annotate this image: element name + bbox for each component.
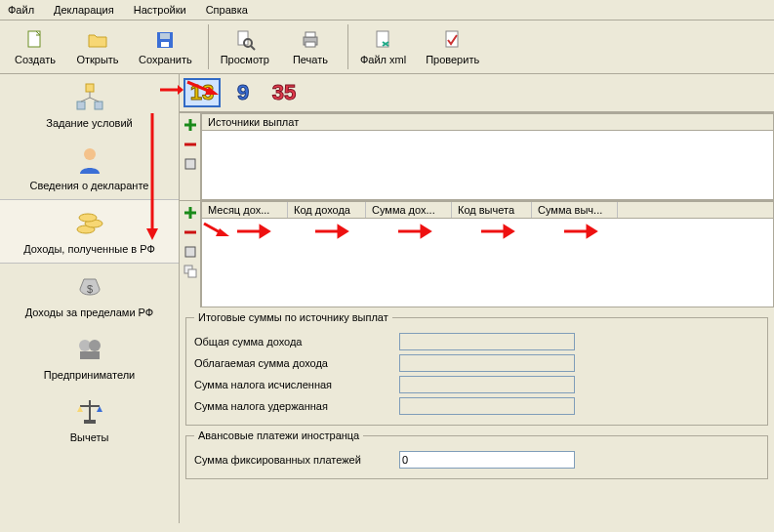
svg-line-17 (90, 98, 99, 102)
minus-icon (183, 225, 197, 239)
svg-rect-25 (80, 351, 100, 359)
copy-income-button[interactable] (183, 264, 198, 279)
scales-icon (74, 396, 105, 428)
tax-calculated-field (399, 376, 575, 393)
sidebar-item-deductions[interactable]: Вычеты (0, 389, 179, 451)
svg-rect-13 (77, 102, 85, 109)
svg-text:$: $ (86, 283, 92, 295)
remove-source-button[interactable] (183, 137, 198, 152)
svg-rect-9 (306, 42, 315, 47)
col-sum-deduct[interactable]: Сумма выч... (532, 202, 618, 218)
rate-9-button[interactable]: 9 (224, 78, 262, 107)
preview-button[interactable]: Просмотр (213, 24, 277, 69)
tree-icon (74, 82, 105, 113)
col-code-income[interactable]: Код дохода (288, 202, 366, 218)
check-file-icon (441, 28, 465, 52)
sidebar-item-declarant[interactable]: Сведения о декларанте (0, 137, 179, 199)
money-bag-icon: $ (74, 271, 105, 303)
plus-icon (183, 206, 197, 220)
svg-rect-34 (185, 159, 195, 169)
add-income-button[interactable] (183, 205, 198, 221)
edit-icon (183, 245, 197, 259)
sidebar-item-conditions[interactable]: Задание условий (0, 74, 179, 137)
remove-income-button[interactable] (183, 225, 198, 240)
svg-marker-46 (261, 226, 268, 236)
create-button[interactable]: Создать (6, 24, 64, 69)
sidebar-item-income-rf[interactable]: Доходы, полученные в РФ (0, 199, 179, 264)
rate-35-button[interactable]: 35 (265, 78, 303, 107)
menu-file[interactable]: Файл (4, 2, 38, 18)
rate-bar: 13 9 35 (180, 74, 774, 112)
briefcase-icon (74, 334, 105, 365)
xml-label: Файл xml (360, 54, 406, 65)
advance-fixed-field[interactable] (399, 451, 575, 469)
xml-file-icon (372, 28, 395, 52)
svg-marker-52 (505, 226, 512, 236)
copy-icon (183, 265, 197, 278)
svg-rect-4 (238, 31, 248, 45)
sidebar-declarant-label: Сведения о декларанте (30, 180, 149, 191)
svg-rect-14 (95, 102, 102, 109)
open-button[interactable]: Открыть (68, 24, 127, 69)
sidebar-item-entrepreneur[interactable]: Предприниматели (0, 326, 179, 389)
svg-rect-28 (84, 420, 96, 424)
toolbar: Создать Открыть Сохранить Просмотр Печат… (0, 20, 774, 74)
svg-marker-54 (588, 226, 595, 236)
col-code-deduct[interactable]: Код вычета (452, 202, 532, 218)
sources-toolbar (180, 113, 201, 200)
check-button[interactable]: Проверить (418, 24, 487, 69)
menu-help[interactable]: Справка (202, 2, 252, 18)
minus-icon (183, 138, 197, 151)
sources-list[interactable]: Источники выплат (201, 113, 774, 200)
income-grid[interactable]: Месяц дох... Код дохода Сумма дох... Код… (201, 201, 774, 307)
printer-icon (299, 28, 322, 52)
save-label: Сохранить (139, 54, 192, 65)
svg-rect-42 (185, 247, 195, 257)
col-sum-income[interactable]: Сумма дох... (366, 202, 452, 218)
sidebar-conditions-label: Задание условий (46, 117, 132, 129)
annotation-arrow (208, 222, 628, 241)
svg-line-16 (81, 98, 90, 102)
print-label: Печать (293, 54, 328, 65)
sidebar-entrepreneur-label: Предприниматели (44, 369, 135, 381)
advance-group: Авансовые платежи иностранца Сумма фикси… (185, 430, 768, 479)
sidebar-item-income-abroad[interactable]: $ Доходы за пределами РФ (0, 264, 179, 326)
print-button[interactable]: Печать (281, 24, 340, 69)
save-button[interactable]: Сохранить (131, 24, 200, 69)
svg-marker-48 (339, 226, 346, 236)
main-area: Задание условий Сведения о декларанте До… (0, 74, 774, 523)
sidebar-deductions-label: Вычеты (70, 431, 109, 443)
total-income-field (399, 333, 575, 350)
advance-fixed-label: Сумма фиксированных платежей (194, 454, 399, 466)
tax-calculated-label: Сумма налога исчисленная (194, 379, 399, 390)
open-folder-icon (86, 28, 109, 52)
add-source-button[interactable] (183, 117, 198, 133)
magnifier-icon (233, 28, 257, 52)
svg-rect-3 (161, 42, 169, 47)
plus-icon (183, 118, 197, 132)
content: 13 9 35 Источники выплат (180, 74, 774, 523)
menu-settings[interactable]: Настройки (130, 2, 190, 18)
edit-income-button[interactable] (183, 244, 198, 260)
taxable-income-field (399, 354, 575, 372)
svg-rect-2 (160, 33, 170, 39)
svg-rect-8 (306, 32, 315, 37)
create-label: Создать (15, 54, 56, 65)
svg-point-21 (79, 214, 97, 222)
coins-icon (74, 208, 105, 239)
person-icon (74, 144, 105, 176)
edit-source-button[interactable] (183, 156, 198, 172)
svg-marker-56 (216, 228, 229, 236)
preview-label: Просмотр (221, 54, 269, 65)
svg-point-18 (84, 148, 96, 160)
sources-panel: Источники выплат (180, 112, 774, 200)
edit-icon (183, 157, 197, 171)
income-toolbar (180, 201, 201, 307)
rate-13-button[interactable]: 13 (183, 78, 221, 107)
open-label: Открыть (76, 54, 118, 65)
col-month[interactable]: Месяц дох... (202, 202, 288, 218)
total-income-label: Общая сумма дохода (194, 336, 399, 348)
xml-button[interactable]: Файл xml (352, 24, 414, 69)
income-grid-panel: Месяц дох... Код дохода Сумма дох... Код… (180, 200, 774, 307)
menu-declaration[interactable]: Декларация (50, 2, 118, 18)
